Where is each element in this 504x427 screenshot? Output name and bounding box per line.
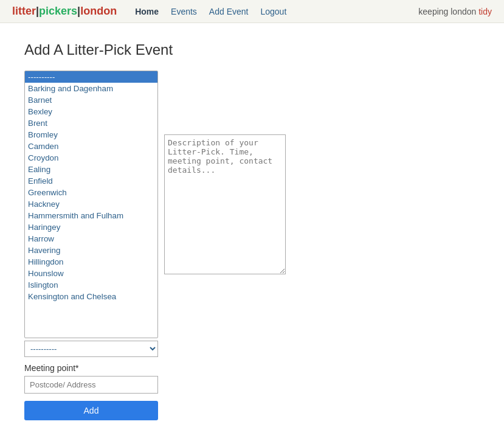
- meeting-point-label: Meeting point*: [24, 363, 158, 373]
- list-item[interactable]: Hackney: [25, 198, 157, 210]
- list-item[interactable]: Barking and Dagenham: [25, 83, 157, 94]
- event-description-textarea[interactable]: [164, 134, 286, 274]
- list-item[interactable]: Kensington and Chelsea: [25, 291, 157, 302]
- nav-events[interactable]: Events: [171, 7, 197, 16]
- tagline-text: keeping london: [418, 7, 478, 16]
- list-item[interactable]: Brent: [25, 117, 157, 129]
- form-row-main: ---------- Barking and Dagenham Barnet B…: [24, 71, 480, 420]
- nav-links: Home Events Add Event Logout: [135, 7, 418, 16]
- nav-brand: litter|pickers|london: [12, 5, 117, 18]
- brand-pickers: pickers: [39, 5, 77, 17]
- nav-logout[interactable]: Logout: [260, 7, 286, 16]
- tagline-tidy: tidy: [478, 7, 492, 16]
- page-title: Add A Litter-Pick Event: [24, 41, 480, 58]
- list-item[interactable]: Hounslow: [25, 268, 157, 279]
- list-item[interactable]: Barnet: [25, 94, 157, 106]
- list-item[interactable]: Greenwich: [25, 187, 157, 198]
- list-item[interactable]: Bexley: [25, 106, 157, 117]
- left-column: ---------- Barking and Dagenham Barnet B…: [24, 71, 158, 420]
- postcode-input[interactable]: [24, 376, 158, 394]
- list-item[interactable]: Enfield: [25, 175, 157, 187]
- borough-select[interactable]: ---------- Barking and Dagenham Barnet B…: [24, 341, 158, 357]
- listbox-placeholder[interactable]: ----------: [25, 71, 157, 83]
- nav-tagline: keeping london tidy: [418, 7, 492, 16]
- list-item[interactable]: Hillingdon: [25, 256, 157, 268]
- list-item[interactable]: Harrow: [25, 233, 157, 245]
- list-item[interactable]: Islington: [25, 279, 157, 291]
- brand-litter: litter: [12, 5, 36, 17]
- list-item[interactable]: Haringey: [25, 221, 157, 233]
- list-item[interactable]: Bromley: [25, 129, 157, 141]
- borough-listbox[interactable]: ---------- Barking and Dagenham Barnet B…: [24, 71, 158, 338]
- navbar: litter|pickers|london Home Events Add Ev…: [0, 0, 504, 23]
- brand-london: london: [80, 5, 117, 17]
- nav-home[interactable]: Home: [135, 7, 159, 16]
- list-item[interactable]: Hammersmith and Fulham: [25, 210, 157, 221]
- list-item[interactable]: Camden: [25, 141, 157, 152]
- list-item[interactable]: Croydon: [25, 152, 157, 164]
- main-content: Add A Litter-Pick Event ---------- Barki…: [0, 23, 504, 427]
- list-item[interactable]: Ealing: [25, 164, 157, 175]
- list-item[interactable]: Havering: [25, 245, 157, 256]
- nav-add-event[interactable]: Add Event: [209, 7, 249, 16]
- add-button[interactable]: Add: [24, 401, 158, 420]
